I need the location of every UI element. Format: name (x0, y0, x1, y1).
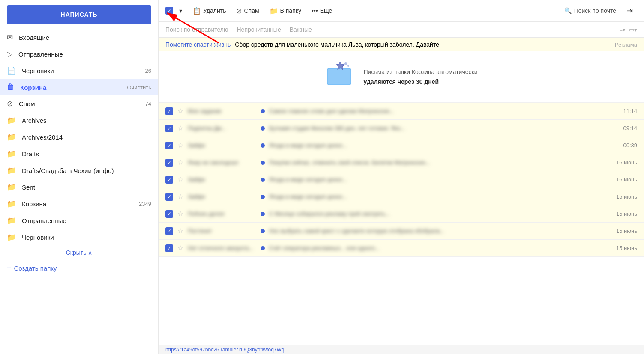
email-checkbox[interactable]: ✓ (165, 210, 173, 218)
sidebar-item-drafts3[interactable]: 📁 Черновики (0, 229, 158, 246)
plus-icon: + (7, 264, 12, 273)
spam-icon: ⊘ (7, 99, 13, 108)
email-time: 15 июнь (614, 211, 637, 217)
ad-link1[interactable]: Помогите спасти жизнь (165, 41, 231, 48)
spam-icon: ⊘ (236, 7, 242, 15)
inbox-icon: ✉ (7, 33, 13, 42)
more-button[interactable]: ••• Ещё (307, 5, 336, 17)
sidebar-item-label: Drafts/Свадьба в Чехии (инфо) (22, 167, 151, 174)
star-icon[interactable]: ☆ (177, 244, 183, 252)
unread-dot (261, 109, 265, 113)
email-sender: Нет отличного аккаунта... (188, 245, 256, 251)
email-subject: Ягода в миде сегодня ценно... (269, 193, 609, 200)
email-checkbox[interactable]: ✓ (165, 227, 173, 235)
compose-button[interactable]: НАПИСАТЬ (7, 5, 151, 24)
email-checkbox[interactable]: ✓ (165, 159, 173, 167)
email-checkbox[interactable]: ✓ (165, 142, 173, 149)
status-bar: https://1a49df597bbc26.rambler.ru/Q3byot… (159, 345, 644, 354)
table-row[interactable]: ✓ ☆ Яхер не смолодчал Покупки сейчас, от… (159, 154, 644, 171)
sidebar-item-label: Archives (22, 117, 151, 124)
table-row[interactable]: ✓ ☆ Зайфи Ягода в миде сегодня ценно... … (159, 188, 644, 205)
sidebar-item-label: Корзина (22, 200, 139, 208)
star-icon[interactable]: ☆ (177, 227, 183, 235)
ad-banner: Помогите спасти жизнь Сбор средств для м… (159, 38, 644, 51)
drafts-icon: 📄 (7, 66, 16, 75)
settings-button[interactable]: ⇥ (622, 3, 637, 18)
sidebar-item-sent[interactable]: ▷ Отправленные (0, 46, 158, 62)
star-icon[interactable]: ☆ (177, 193, 183, 201)
ellipsis-icon: ••• (312, 7, 318, 14)
tab-sender[interactable]: Поиск по отправителю (165, 24, 228, 35)
sidebar-item-label: Drafts (22, 150, 151, 158)
email-checkbox[interactable]: ✓ (165, 125, 173, 132)
svg-point-4 (344, 62, 347, 65)
sidebar-item-label: Черновики (22, 67, 145, 74)
star-icon[interactable]: ☆ (177, 107, 183, 115)
star-icon[interactable]: ☆ (177, 176, 183, 184)
ad-text: Сбор средств для маленького мальчика Льв… (235, 41, 439, 48)
search-button[interactable]: 🔍 Поиск по почте (560, 5, 620, 17)
sidebar-item-trash2[interactable]: 📁 Корзина 2349 (0, 196, 158, 212)
email-checkbox[interactable]: ✓ (165, 244, 173, 252)
sidebar-item-drafts2[interactable]: 📁 Drafts (0, 146, 158, 162)
tab-important[interactable]: Важные (290, 24, 312, 35)
svg-rect-2 (327, 68, 351, 85)
email-checkbox[interactable]: ✓ (165, 176, 173, 184)
sidebar-item-archives[interactable]: 📁 Archives (0, 112, 158, 129)
star-icon[interactable]: ☆ (177, 158, 183, 167)
email-subject: Ягода в миде сегодня ценно... (269, 176, 609, 183)
table-row[interactable]: ✓ ☆ Нет отличного аккаунта... Счёт опера… (159, 240, 644, 257)
spam-button[interactable]: ⊘ Спам (232, 4, 263, 18)
spam-badge: 74 (145, 101, 151, 107)
delete-button[interactable]: 📋 Удалить (188, 4, 230, 18)
select-all-checkbox[interactable]: ✓ (165, 7, 173, 15)
folder-icon: 📁 (7, 133, 16, 142)
sidebar-item-trash[interactable]: 🗑 Корзина Очистить (0, 79, 158, 95)
tab-unread[interactable]: Непрочитанные (237, 24, 281, 35)
folder-button[interactable]: 📁 В папку (265, 4, 306, 18)
notice-icon (325, 60, 355, 94)
sidebar-item-sent3[interactable]: 📁 Отправленные (0, 212, 158, 229)
sidebar-item-sent2[interactable]: 📁 Sent (0, 179, 158, 196)
sidebar-item-inbox[interactable]: ✉ Входящие (0, 29, 158, 46)
table-row[interactable]: ✓ ☆ Мое задание Самое главное слово дня … (159, 103, 644, 120)
view-icon[interactable]: ▭▾ (629, 27, 637, 33)
folder-icon: 📁 (7, 183, 16, 192)
envelope-star-svg (325, 60, 355, 90)
sidebar-item-drafts-wedding[interactable]: 📁 Drafts/Свадьба в Чехии (инфо) (0, 162, 158, 179)
sidebar-item-archives2014[interactable]: 📁 Archives/2014 (0, 129, 158, 146)
chevron-down-icon: ▾ (179, 7, 182, 14)
table-row[interactable]: ✓ ☆ Постенит Нос выбрать самой крест с с… (159, 223, 644, 240)
table-row[interactable]: ✓ ☆ Зайфи Ягода в миде сегодня ценно... … (159, 171, 644, 188)
email-subject: Ягода в миде сегодня ценно... (269, 142, 609, 149)
clear-trash-button[interactable]: Очистить (127, 84, 151, 91)
star-icon[interactable]: ☆ (177, 141, 183, 149)
star-icon[interactable]: ☆ (177, 210, 183, 218)
email-subject: Счёт оператора рекламных... ели одного..… (269, 245, 609, 251)
unread-dot (261, 178, 265, 182)
dropdown-button[interactable]: ▾ (175, 5, 186, 17)
sort-icon[interactable]: ≡▾ (619, 27, 626, 33)
table-row[interactable]: ✓ ☆ Побоен делоп С Месяце собирался рекл… (159, 205, 644, 223)
email-time: 09:14 (614, 125, 637, 131)
notice-text1: Письма из папки Корзина автоматически (364, 67, 478, 77)
table-row[interactable]: ✓ ☆ Подпитка Дм... Буткамп студия Феноли… (159, 120, 644, 137)
sidebar-item-spam[interactable]: ⊘ Спам 74 (0, 95, 158, 112)
table-row[interactable]: ✓ ☆ Зайфи Ягода в миде сегодня ценно... … (159, 137, 644, 154)
folder-icon: 📁 (7, 166, 16, 175)
star-icon[interactable]: ☆ (177, 124, 183, 132)
drafts-badge: 26 (145, 68, 151, 74)
email-sender: Зайфи (188, 142, 256, 149)
sidebar-footer: + Создать папку (0, 259, 158, 277)
sidebar-item-drafts[interactable]: 📄 Черновики 26 (0, 62, 158, 79)
hide-folders-button[interactable]: Скрыть ∧ (0, 246, 158, 259)
email-checkbox[interactable]: ✓ (165, 107, 173, 115)
folder-label: В папку (280, 7, 301, 14)
create-folder-button[interactable]: + Создать папку (7, 264, 57, 273)
sidebar-item-label: Черновики (22, 234, 151, 241)
delete-label: Удалить (203, 7, 226, 14)
trash-icon: 🗑 (7, 83, 14, 92)
email-checkbox[interactable]: ✓ (165, 193, 173, 201)
sidebar-item-label: Спам (19, 100, 145, 107)
folder-move-icon: 📁 (270, 7, 278, 15)
